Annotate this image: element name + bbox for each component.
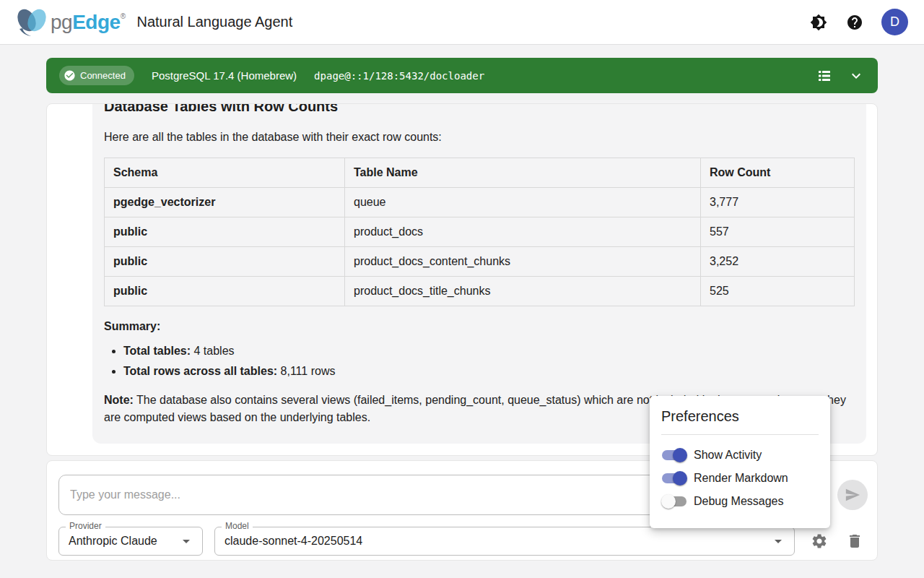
settings-button[interactable] (811, 532, 828, 550)
col-header-schema: Schema (105, 158, 345, 188)
cell-row-count: 525 (701, 277, 855, 306)
message-intro: Here are all the tables in the database … (104, 129, 855, 146)
app-bar: pgEdge® Natural Language Agent D (0, 0, 924, 45)
debug-messages-toggle[interactable] (661, 494, 687, 509)
provider-select-label: Provider (66, 521, 105, 531)
divider (661, 434, 819, 435)
table-row: public product_docs_content_chunks 3,252 (105, 247, 855, 277)
toggle-row-debug-messages: Debug Messages (661, 490, 819, 513)
pgedge-logo: pgEdge® (16, 7, 126, 38)
preferences-popup: Preferences Show Activity Render Markdow… (650, 396, 830, 528)
summary-label: Summary: (104, 318, 855, 335)
preferences-title: Preferences (661, 408, 819, 425)
table-row: public product_docs 557 (105, 217, 855, 247)
cell-table-name: product_docs_title_chunks (345, 277, 701, 306)
cell-schema: public (105, 277, 345, 306)
render-markdown-toggle[interactable] (661, 471, 687, 486)
table-header-row: Schema Table Name Row Count (105, 158, 855, 188)
check-circle-icon (64, 69, 76, 82)
table-row: public product_docs_title_chunks 525 (105, 277, 855, 306)
toggle-label: Show Activity (694, 449, 762, 462)
toggle-label: Render Markdown (694, 472, 788, 485)
toggle-label: Debug Messages (694, 495, 784, 508)
dropdown-arrow-icon (770, 532, 787, 550)
dark-mode-toggle-button[interactable] (809, 13, 828, 32)
send-icon (845, 487, 860, 503)
model-select-value: claude-sonnet-4-20250514 (225, 535, 362, 548)
toggle-row-render-markdown: Render Markdown (661, 467, 819, 490)
cell-table-name: product_docs_content_chunks (345, 247, 701, 277)
help-icon (846, 14, 863, 31)
user-avatar[interactable]: D (881, 9, 908, 35)
summary-list: Total tables: 4 tables Total rows across… (104, 342, 855, 380)
page-title: Natural Language Agent (137, 14, 293, 30)
table-row: pgedge_vectorizer queue 3,777 (105, 188, 855, 217)
pgedge-logo-icon (16, 7, 48, 38)
model-select[interactable]: Model claude-sonnet-4-20250514 (214, 527, 795, 556)
connection-bar: Connected PostgreSQL 17.4 (Homebrew) dpa… (46, 58, 878, 93)
toggle-row-show-activity: Show Activity (661, 444, 819, 467)
db-tables-table: Schema Table Name Row Count pgedge_vecto… (104, 158, 855, 306)
list-item: Total tables: 4 tables (123, 342, 855, 360)
help-button[interactable] (845, 13, 864, 32)
cell-schema: public (105, 217, 345, 247)
cell-table-name: product_docs (345, 217, 701, 247)
connection-status-label: Connected (80, 70, 126, 81)
assistant-message: Database Tables with Row Counts Here are… (92, 103, 866, 444)
col-header-table-name: Table Name (345, 158, 701, 188)
provider-select-value: Anthropic Claude (69, 535, 157, 548)
message-heading: Database Tables with Row Counts (104, 103, 855, 116)
list-item: Total rows across all tables: 8,111 rows (123, 363, 855, 380)
connection-status-badge: Connected (59, 66, 134, 85)
cell-table-name: queue (345, 188, 701, 217)
chevron-down-icon[interactable] (847, 67, 865, 85)
brightness-icon (810, 14, 827, 31)
server-version-label: PostgreSQL 17.4 (Homebrew) (152, 69, 297, 82)
col-header-row-count: Row Count (701, 158, 855, 188)
clear-chat-button[interactable] (846, 532, 863, 550)
connection-string: dpage@::1/128:5432/docloader (314, 70, 484, 82)
cell-schema: pgedge_vectorizer (105, 188, 345, 217)
trash-icon (846, 532, 863, 550)
gear-icon (811, 532, 828, 550)
model-select-label: Model (222, 521, 253, 531)
show-activity-toggle[interactable] (661, 448, 687, 462)
pgedge-logo-text: pgEdge® (51, 11, 126, 34)
dropdown-arrow-icon (178, 532, 195, 550)
send-button[interactable] (837, 480, 868, 510)
cell-row-count: 3,777 (701, 188, 855, 217)
server-list-icon[interactable] (816, 67, 833, 85)
cell-schema: public (105, 247, 345, 277)
cell-row-count: 3,252 (701, 247, 855, 277)
provider-select[interactable]: Provider Anthropic Claude (58, 527, 203, 556)
cell-row-count: 557 (701, 217, 855, 247)
